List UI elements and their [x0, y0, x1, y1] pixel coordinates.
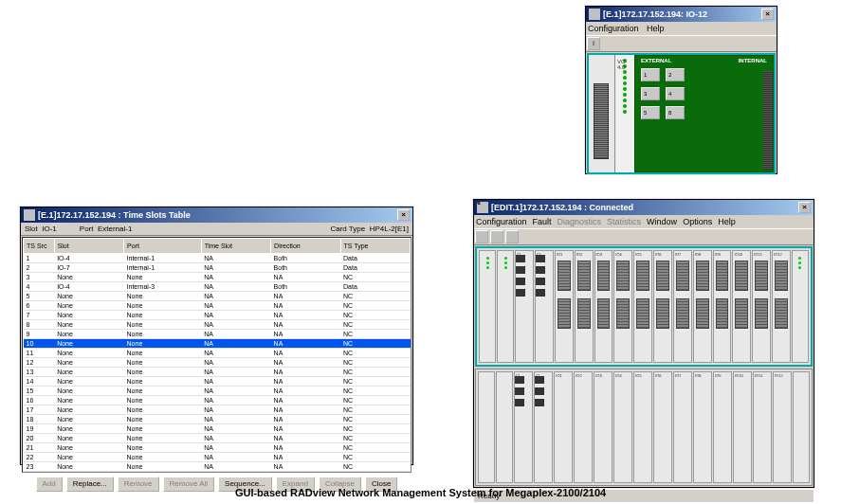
- slot-io3[interactable]: IO3: [594, 250, 613, 363]
- port-icon: [535, 387, 544, 395]
- column-header[interactable]: Time Slot: [201, 239, 270, 254]
- table-row[interactable]: 21NoneNoneNANANC: [24, 443, 411, 453]
- menu-statistics[interactable]: Statistics: [607, 217, 641, 226]
- toolbar-info-button[interactable]: i: [587, 37, 600, 50]
- table-row[interactable]: 10NoneNoneNANANC: [24, 339, 411, 349]
- table-row[interactable]: 11NoneNoneNANANC: [24, 349, 411, 358]
- slot-cl[interactable]: CL: [534, 371, 553, 484]
- column-header[interactable]: Direction: [271, 239, 340, 254]
- slot-cl[interactable]: CL: [515, 250, 534, 363]
- slot-ps[interactable]: PS: [479, 250, 496, 363]
- slot-io10[interactable]: IO10: [732, 250, 751, 363]
- chip-5[interactable]: 5: [641, 106, 660, 119]
- table-row[interactable]: 7NoneNoneNANANC: [24, 311, 411, 320]
- column-header[interactable]: Port: [124, 239, 202, 254]
- slot-io9[interactable]: IO9: [713, 250, 732, 363]
- chip-2[interactable]: 2: [666, 68, 685, 81]
- toolbar-button[interactable]: [505, 230, 519, 243]
- slot-io5[interactable]: IO5: [633, 250, 652, 363]
- table-row[interactable]: 14NoneNoneNANANC: [24, 377, 411, 387]
- slot-io12[interactable]: IO12: [772, 250, 791, 363]
- table-cell: NA: [201, 434, 270, 443]
- slot-ps[interactable]: PS: [478, 371, 495, 484]
- slot-io9[interactable]: IO9: [713, 371, 732, 484]
- slot-cl[interactable]: CL: [535, 250, 554, 363]
- table-row[interactable]: 4IO-4Internal-3NABothData: [24, 282, 411, 292]
- column-header[interactable]: TS Type: [340, 239, 410, 254]
- table-cell: None: [54, 396, 123, 405]
- chip-3[interactable]: 3: [641, 87, 660, 100]
- menu-help[interactable]: Help: [718, 217, 736, 226]
- slot-ps[interactable]: PS: [793, 371, 810, 484]
- slot-io12[interactable]: IO12: [773, 371, 792, 484]
- close-button[interactable]: ×: [798, 202, 811, 213]
- menu-options[interactable]: Options: [683, 217, 712, 226]
- menu-diagnostics[interactable]: Diagnostics: [558, 217, 602, 226]
- close-button[interactable]: ×: [761, 9, 774, 20]
- table-row[interactable]: 1IO-4Internal-1NABothData: [24, 254, 411, 263]
- titlebar[interactable]: [EDIT.1]172.17.152.194 : Connected ×: [474, 200, 814, 215]
- slot-io4[interactable]: IO4: [613, 371, 632, 484]
- port-block-icon: [735, 261, 748, 291]
- titlebar[interactable]: [E.1]172.17.152.194: IO-12 ×: [586, 7, 777, 22]
- toolbar-button[interactable]: [475, 230, 488, 243]
- slot-label: PS: [475, 201, 480, 206]
- port-label: Port: [80, 225, 94, 233]
- table-row[interactable]: 2IO-7Internal-1NABothData: [24, 263, 411, 273]
- slot-ps[interactable]: PS: [496, 371, 513, 484]
- column-header[interactable]: TS Src: [24, 239, 55, 254]
- table-cell: None: [124, 320, 202, 330]
- slot-io7[interactable]: IO7: [673, 371, 692, 484]
- slot-label: IO1: [557, 252, 562, 257]
- titlebar[interactable]: [E.1]172.17.152.194 : Time Slots Table ×: [21, 207, 412, 223]
- toolbar-button[interactable]: [490, 230, 503, 243]
- slot-io5[interactable]: IO5: [633, 371, 652, 484]
- slot-io2[interactable]: IO2: [575, 250, 594, 363]
- table-row[interactable]: 15NoneNoneNANANC: [24, 387, 411, 396]
- slot-io11[interactable]: IO11: [752, 250, 771, 363]
- slot-cl[interactable]: CL: [514, 371, 533, 484]
- table-row[interactable]: 17NoneNoneNANANC: [24, 405, 411, 415]
- port-block-icon: [636, 261, 649, 291]
- slot-io6[interactable]: IO6: [653, 371, 672, 484]
- slot-io11[interactable]: IO11: [753, 371, 772, 484]
- table-row[interactable]: 20NoneNoneNANANC: [24, 434, 411, 443]
- menu-window[interactable]: Window: [647, 217, 677, 226]
- slot-ps[interactable]: PS: [497, 250, 514, 363]
- table-row[interactable]: 6NoneNoneNANANC: [24, 301, 411, 311]
- table-row[interactable]: 16NoneNoneNANANC: [24, 396, 411, 405]
- table-row[interactable]: 22NoneNoneNANANC: [24, 453, 411, 462]
- menu-fault[interactable]: Fault: [533, 217, 552, 226]
- table-row[interactable]: 8NoneNoneNANANC: [24, 320, 411, 330]
- table-row[interactable]: 13NoneNoneNANANC: [24, 368, 411, 377]
- slot-io4[interactable]: IO4: [613, 250, 632, 363]
- slot-io10[interactable]: IO10: [733, 371, 752, 484]
- table-row[interactable]: 12NoneNoneNANANC: [24, 358, 411, 368]
- chip-4[interactable]: 4: [666, 87, 685, 100]
- slot-io8[interactable]: IO8: [693, 371, 712, 484]
- table-cell: NA: [271, 368, 340, 377]
- slot-io6[interactable]: IO6: [653, 250, 672, 363]
- column-header[interactable]: Slot: [54, 239, 123, 254]
- table-row[interactable]: 23NoneNoneNANANC: [24, 462, 411, 472]
- table-row[interactable]: 3NoneNoneNANANC: [24, 273, 411, 282]
- slot-io8[interactable]: IO8: [693, 250, 712, 363]
- slot-ps[interactable]: PS: [792, 250, 809, 363]
- slot-io2[interactable]: IO2: [574, 371, 593, 484]
- menu-configuration[interactable]: Configuration: [588, 24, 639, 33]
- table-row[interactable]: 9NoneNoneNANANC: [24, 330, 411, 339]
- table-cell: 7: [24, 311, 55, 320]
- close-button[interactable]: ×: [397, 209, 410, 221]
- chip-1[interactable]: 1: [641, 68, 660, 81]
- table-row[interactable]: 19NoneNoneNANANC: [24, 424, 411, 434]
- table-row[interactable]: 5NoneNoneNANANC: [24, 292, 411, 301]
- menu-configuration[interactable]: Configuration: [476, 217, 527, 226]
- slot-io1[interactable]: IO1: [555, 250, 574, 363]
- table-cell: NA: [201, 339, 270, 349]
- table-row[interactable]: 18NoneNoneNANANC: [24, 415, 411, 424]
- menu-help[interactable]: Help: [647, 24, 665, 33]
- chip-8[interactable]: 8: [666, 106, 685, 119]
- slot-io1[interactable]: IO1: [554, 371, 573, 484]
- slot-io7[interactable]: IO7: [673, 250, 692, 363]
- slot-io3[interactable]: IO3: [594, 371, 612, 484]
